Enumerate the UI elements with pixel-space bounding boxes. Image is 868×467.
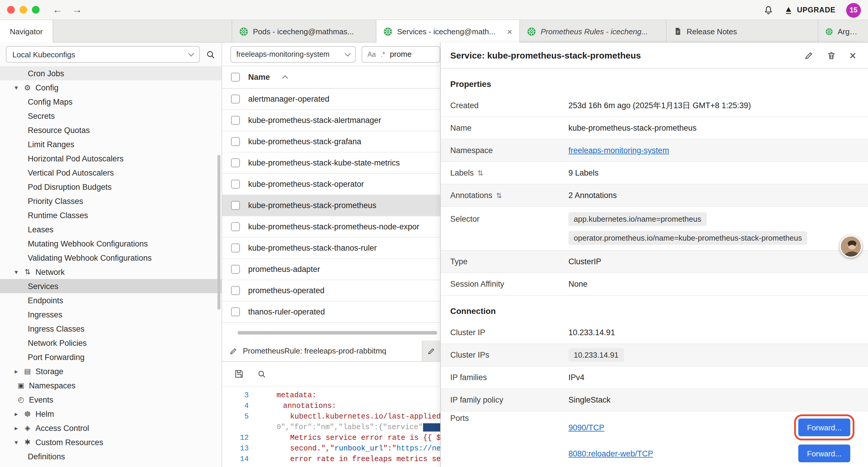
sidebar-item-leases[interactable]: Leases (0, 222, 222, 236)
kubernetes-icon (383, 27, 392, 36)
service-row-prometheus-operated[interactable]: prometheus-operated (222, 280, 440, 301)
row-checkbox[interactable] (231, 308, 240, 316)
namespace-link[interactable]: freeleaps-monitoring-system (568, 146, 669, 155)
navigator-search-icon[interactable] (206, 49, 216, 59)
service-row-prometheus-adapter[interactable]: prometheus-adapter (222, 259, 440, 280)
sidebar-group-storage[interactable]: Storage (0, 364, 222, 378)
forward-button-8080[interactable]: Forward... (798, 444, 850, 462)
service-row-kps-prometheus-node-exporter[interactable]: kube-prometheus-stack-prometheus-node-ex… (222, 216, 440, 238)
sidebar-item-vertical-pod-autoscalers[interactable]: Vertical Pod Autoscalers (0, 166, 222, 180)
sidebar-item-cron-jobs[interactable]: Cron Jobs (0, 66, 222, 80)
service-row-kps-alertmanager[interactable]: kube-prometheus-stack-alertmanager (222, 110, 440, 131)
kubeconfig-source-dropdown[interactable]: Local Kubeconfigs (6, 46, 200, 63)
forward-button-9090[interactable]: Forward... (798, 418, 850, 436)
sidebar-item-validating-webhook-configurations[interactable]: Validating Webhook Configurations (0, 251, 222, 265)
tab-prometheus-rules[interactable]: Prometheus Rules - icecheng... (520, 20, 666, 42)
tab-pods[interactable]: Pods - icecheng@mathmas... (232, 20, 376, 42)
service-detail-drawer: Service: kube-prometheus-stack-prometheu… (440, 42, 868, 467)
service-row-kps-prometheus[interactable]: kube-prometheus-stack-prometheus (222, 195, 440, 216)
row-checkbox[interactable] (231, 265, 240, 274)
sidebar-item-events[interactable]: Events (0, 392, 222, 407)
sidebar-item-pod-disruption-budgets[interactable]: Pod Disruption Budgets (0, 180, 222, 194)
port-9090-link[interactable]: 9090/TCP (568, 423, 604, 432)
forward-arrow-icon[interactable]: → (72, 4, 82, 16)
sidebar-group-helm[interactable]: Helm (0, 407, 222, 421)
namespace-dropdown[interactable]: freeleaps-monitoring-system (230, 46, 356, 62)
save-icon[interactable] (234, 369, 244, 379)
service-row-kps-operator[interactable]: kube-prometheus-stack-operator (222, 174, 440, 195)
editor-tab-prometheusrule[interactable]: PrometheusRule: freeleaps-prod-rabbitmq (222, 341, 423, 361)
property-row-ip-family-policy: IP family policy SingleStack (441, 389, 868, 411)
edit-icon[interactable] (804, 51, 814, 60)
row-checkbox[interactable] (231, 222, 240, 231)
port-8080-link[interactable]: 8080:reloader-web/TCP (568, 449, 653, 458)
navigator-scrollbar[interactable] (217, 155, 220, 310)
row-checkbox[interactable] (231, 95, 240, 104)
service-row-kps-thanos-ruler[interactable]: kube-prometheus-stack-thanos-ruler (222, 238, 440, 259)
sidebar-group-custom-resources[interactable]: Custom Resources (0, 435, 222, 449)
tab-release-notes[interactable]: Release Notes (666, 20, 818, 42)
yaml-editor[interactable]: 3metadata: 4annotations: 5kubectl.kubern… (222, 387, 440, 467)
minimize-window-button[interactable] (20, 6, 27, 13)
row-checkbox[interactable] (231, 180, 240, 188)
name-column-header[interactable]: Name (248, 73, 270, 82)
regex-toggle[interactable]: .* (380, 51, 385, 58)
sidebar-item-namespaces[interactable]: Namespaces (0, 378, 222, 392)
tab-services[interactable]: Services - icecheng@math... × (376, 20, 520, 43)
sidebar-group-network[interactable]: Network (0, 265, 222, 279)
sidebar-item-config-maps[interactable]: Config Maps (0, 95, 222, 109)
tab-argo[interactable]: Argo Se (818, 20, 868, 42)
match-case-toggle[interactable]: Aa (368, 51, 376, 58)
back-arrow-icon[interactable]: ← (53, 4, 63, 16)
sidebar-item-network-policies[interactable]: Network Policies (0, 336, 222, 350)
row-checkbox[interactable] (231, 116, 240, 125)
sort-ascending-icon[interactable] (282, 76, 288, 81)
tab-strip: Navigator Pods - icecheng@mathmas... Ser… (0, 20, 868, 42)
sidebar-item-horizontal-pod-autoscalers[interactable]: Horizontal Pod Autoscalers (0, 151, 222, 166)
sidebar-item-ingress-classes[interactable]: Ingress Classes (0, 322, 222, 336)
sidebar-item-limit-ranges[interactable]: Limit Ranges (0, 137, 222, 151)
sidebar-item-resource-quotas[interactable]: Resource Quotas (0, 123, 222, 137)
horizontal-scrollbar[interactable] (238, 331, 437, 334)
row-checkbox[interactable] (231, 137, 240, 146)
selector-chip[interactable]: app.kubernetes.io/name=prometheus (568, 212, 706, 226)
delete-icon[interactable] (827, 51, 836, 60)
kubernetes-icon (239, 27, 248, 36)
close-drawer-icon[interactable]: × (849, 49, 856, 61)
cluster-ip-chip[interactable]: 10.233.14.91 (568, 348, 624, 362)
service-row-kps-kube-state-metrics[interactable]: kube-prometheus-stack-kube-state-metrics (222, 152, 440, 174)
row-checkbox[interactable] (231, 158, 240, 167)
user-avatar[interactable] (840, 235, 862, 258)
sidebar-item-endpoints[interactable]: Endpoints (0, 293, 222, 308)
tab-navigator[interactable]: Navigator (0, 20, 53, 43)
sidebar-item-priority-classes[interactable]: Priority Classes (0, 194, 222, 208)
sidebar-item-runtime-classes[interactable]: Runtime Classes (0, 208, 222, 222)
selector-chip[interactable]: operator.prometheus.io/name=kube-prometh… (568, 231, 807, 245)
select-all-checkbox[interactable] (231, 73, 240, 82)
notification-bell-icon[interactable] (763, 5, 773, 15)
row-checkbox[interactable] (231, 243, 240, 253)
row-checkbox[interactable] (231, 286, 240, 295)
sidebar-item-port-forwarding[interactable]: Port Forwarding (0, 350, 222, 364)
service-row-thanos-ruler-operated[interactable]: thanos-ruler-operated (222, 301, 440, 323)
service-row-kps-grafana[interactable]: kube-prometheus-stack-grafana (222, 131, 440, 152)
sidebar-group-config[interactable]: Config (0, 80, 222, 95)
sidebar-item-mutating-webhook-configurations[interactable]: Mutating Webhook Configurations (0, 236, 222, 251)
expand-toggle-icon[interactable]: ⇅ (496, 191, 502, 200)
close-tab-icon[interactable]: × (507, 27, 512, 37)
row-checkbox[interactable] (231, 201, 240, 210)
sidebar-item-secrets[interactable]: Secrets (0, 109, 222, 123)
upgrade-button[interactable]: UPGRADE (784, 6, 836, 14)
editor-search-icon[interactable] (257, 369, 267, 379)
maximize-window-button[interactable] (32, 6, 39, 13)
sidebar-item-ingresses[interactable]: Ingresses (0, 308, 222, 322)
close-window-button[interactable] (7, 6, 15, 13)
service-row-alertmanager-operated[interactable]: alertmanager-operated (222, 89, 440, 110)
sidebar-group-access-control[interactable]: Access Control (0, 421, 222, 435)
service-search-input[interactable] (390, 50, 431, 59)
sidebar-item-services[interactable]: Services (0, 279, 222, 293)
editor-tab-partial[interactable] (423, 341, 440, 361)
expand-toggle-icon[interactable]: ⇅ (477, 169, 483, 177)
sidebar-item-definitions[interactable]: Definitions (0, 449, 222, 463)
notification-count-badge[interactable]: 15 (846, 3, 861, 18)
